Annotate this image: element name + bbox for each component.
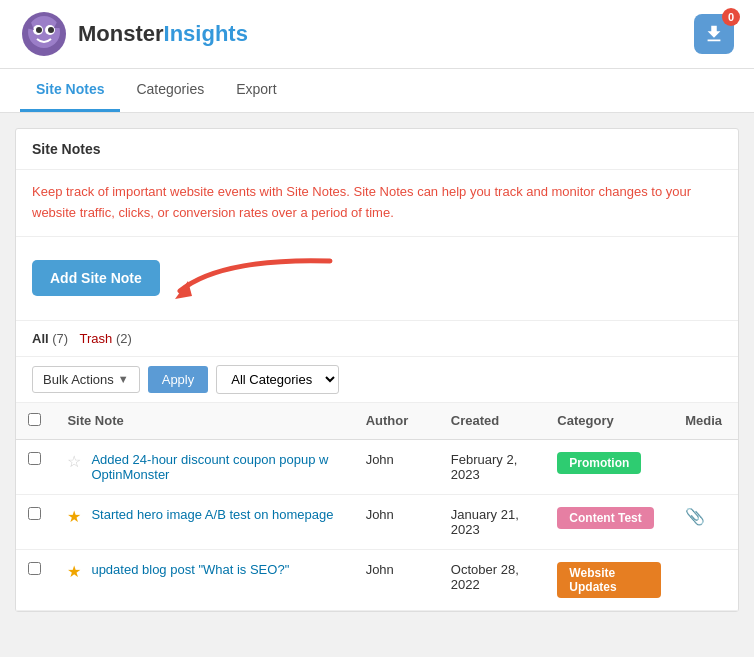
row-note-cell: ☆ Added 24-hour discount coupon popup w … <box>55 439 353 494</box>
row-checkbox[interactable] <box>28 507 41 520</box>
row-media-cell <box>673 439 738 494</box>
row-note-text: Started hero image A/B test on homepage <box>91 507 333 522</box>
add-note-area: Add Site Note <box>16 237 738 321</box>
col-header-author: Author <box>354 403 439 440</box>
star-icon[interactable]: ☆ <box>67 452 81 471</box>
table-row: ☆ Added 24-hour discount coupon popup w … <box>16 439 738 494</box>
star-icon[interactable]: ★ <box>67 507 81 526</box>
col-header-created: Created <box>439 403 546 440</box>
row-checkbox-cell <box>16 549 55 610</box>
bulk-actions-dropdown[interactable]: Bulk Actions ▼ <box>32 366 140 393</box>
trash-count: (2) <box>116 331 132 346</box>
row-created-cell: February 2, 2023 <box>439 439 546 494</box>
tab-export[interactable]: Export <box>220 69 292 112</box>
action-row: Bulk Actions ▼ Apply All Categories <box>16 357 738 403</box>
row-created-cell: October 28, 2022 <box>439 549 546 610</box>
section-title: Site Notes <box>16 129 738 170</box>
star-icon[interactable]: ★ <box>67 562 81 581</box>
notification-button[interactable]: 0 <box>694 14 734 54</box>
table-row: ★ Started hero image A/B test on homepag… <box>16 494 738 549</box>
categories-dropdown[interactable]: All Categories <box>216 365 339 394</box>
add-site-note-button[interactable]: Add Site Note <box>32 260 160 296</box>
logo-area: MonsterInsights <box>20 10 248 58</box>
svg-point-5 <box>48 27 54 33</box>
row-category-cell: Content Test <box>545 494 673 549</box>
apply-button[interactable]: Apply <box>148 366 209 393</box>
row-author-cell: John <box>354 549 439 610</box>
col-header-check <box>16 403 55 440</box>
logo-black-text: Monster <box>78 21 164 46</box>
content-area: Site Notes Keep track of important websi… <box>15 128 739 612</box>
table-row: ★ updated blog post "What is SEO?" John … <box>16 549 738 610</box>
col-header-category: Category <box>545 403 673 440</box>
tab-site-notes[interactable]: Site Notes <box>20 69 120 112</box>
site-notes-table: Site Note Author Created Category Media … <box>16 403 738 611</box>
svg-point-1 <box>28 16 60 48</box>
row-note-cell: ★ updated blog post "What is SEO?" <box>55 549 353 610</box>
row-checkbox-cell <box>16 494 55 549</box>
tabs-bar: Site Notes Categories Export <box>0 69 754 113</box>
row-author-cell: John <box>354 494 439 549</box>
header-right: 0 <box>694 14 734 54</box>
row-category-cell: Website Updates <box>545 549 673 610</box>
tab-categories[interactable]: Categories <box>120 69 220 112</box>
notification-icon <box>703 23 725 45</box>
filter-links: All (7) Trash (2) <box>32 331 132 346</box>
col-header-site-note: Site Note <box>55 403 353 440</box>
bulk-actions-label: Bulk Actions <box>43 372 114 387</box>
category-badge: Promotion <box>557 452 641 474</box>
logo-blue-text: Insights <box>164 21 248 46</box>
all-count: (7) <box>52 331 68 346</box>
table-body: ☆ Added 24-hour discount coupon popup w … <box>16 439 738 610</box>
select-all-checkbox[interactable] <box>28 413 41 426</box>
table-header: Site Note Author Created Category Media <box>16 403 738 440</box>
row-category-cell: Promotion <box>545 439 673 494</box>
monster-logo-icon <box>20 10 68 58</box>
row-media-cell <box>673 549 738 610</box>
filter-bar: All (7) Trash (2) <box>16 321 738 357</box>
trash-filter-link[interactable]: Trash <box>80 331 113 346</box>
logo-text: MonsterInsights <box>78 21 248 47</box>
svg-point-4 <box>36 27 42 33</box>
row-checkbox-cell <box>16 439 55 494</box>
category-badge: Website Updates <box>557 562 661 598</box>
paperclip-icon: 📎 <box>685 508 705 525</box>
category-badge: Content Test <box>557 507 653 529</box>
info-text: Keep track of important website events w… <box>16 170 738 237</box>
col-header-media: Media <box>673 403 738 440</box>
row-note-text: updated blog post "What is SEO?" <box>91 562 289 577</box>
header: MonsterInsights 0 <box>0 0 754 69</box>
arrow-decoration <box>170 251 340 306</box>
row-checkbox[interactable] <box>28 562 41 575</box>
row-checkbox[interactable] <box>28 452 41 465</box>
row-author-cell: John <box>354 439 439 494</box>
row-note-text: Added 24-hour discount coupon popup w Op… <box>91 452 341 482</box>
all-filter-link[interactable]: All <box>32 331 49 346</box>
row-note-cell: ★ Started hero image A/B test on homepag… <box>55 494 353 549</box>
row-created-cell: January 21, 2023 <box>439 494 546 549</box>
row-media-cell: 📎 <box>673 494 738 549</box>
bulk-actions-chevron-icon: ▼ <box>118 373 129 385</box>
notification-badge: 0 <box>722 8 740 26</box>
